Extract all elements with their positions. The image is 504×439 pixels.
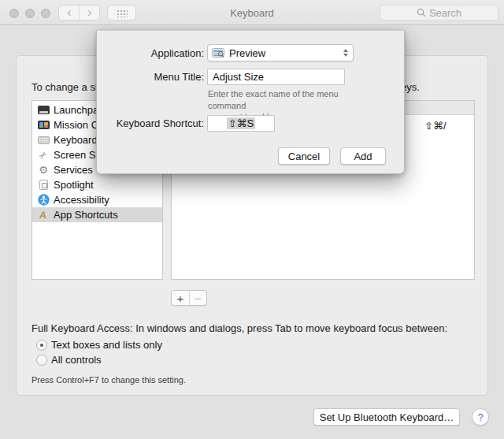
radio-button-icon[interactable] bbox=[36, 340, 47, 351]
setup-bluetooth-keyboard-button[interactable]: Set Up Bluetooth Keyboard… bbox=[313, 408, 460, 426]
document-icon bbox=[37, 180, 50, 190]
add-button[interactable]: Add bbox=[340, 147, 386, 165]
shortcut-keys-value: ⇧⌘S bbox=[227, 117, 256, 129]
sidebar-item-app-shortcuts[interactable]: A App Shortcuts bbox=[32, 207, 162, 222]
keyboard-shortcut-label: Keyboard Shortcut: bbox=[97, 117, 204, 130]
sidebar-item-accessibility[interactable]: Accessibility bbox=[32, 192, 162, 207]
sidebar-item-label: Spotlight bbox=[54, 179, 94, 191]
cancel-button[interactable]: Cancel bbox=[278, 147, 330, 165]
search-placeholder: Search bbox=[429, 7, 461, 19]
scissors-icon: ✂ bbox=[37, 150, 50, 161]
list-edit-controls: + − bbox=[171, 290, 207, 306]
app-shortcuts-icon: A bbox=[37, 210, 50, 221]
control-f7-footnote: Press Control+F7 to change this setting. bbox=[32, 375, 186, 385]
sidebar-item-label: Services bbox=[54, 164, 93, 176]
sidebar-item-spotlight[interactable]: Spotlight bbox=[32, 177, 162, 192]
system-preferences-window: ‹ › Keyboard Search To change a shortcut… bbox=[0, 0, 504, 439]
radio-text-boxes-and-lists[interactable]: Text boxes and lists only bbox=[36, 339, 162, 351]
application-label: Application: bbox=[97, 47, 204, 60]
mission-control-icon bbox=[37, 121, 50, 129]
add-shortcut-button[interactable]: + bbox=[172, 291, 189, 305]
application-popup-value: Preview bbox=[229, 47, 343, 59]
gear-icon: ⚙ bbox=[37, 165, 50, 175]
sidebar-item-label: Accessibility bbox=[54, 194, 109, 206]
sidebar-item-label: App Shortcuts bbox=[54, 209, 118, 221]
title-bar: ‹ › Keyboard Search bbox=[0, 0, 504, 25]
accessibility-icon bbox=[37, 194, 50, 206]
sidebar-item-label: Keyboard bbox=[54, 134, 98, 146]
radio-all-controls[interactable]: All controls bbox=[36, 354, 102, 366]
radio-label: All controls bbox=[51, 354, 102, 366]
search-input[interactable]: Search bbox=[380, 5, 498, 20]
remove-shortcut-button[interactable]: − bbox=[189, 291, 206, 305]
search-icon bbox=[417, 8, 426, 17]
preview-app-icon bbox=[212, 47, 224, 59]
radio-button-icon[interactable] bbox=[36, 355, 47, 366]
application-popup[interactable]: Preview bbox=[207, 44, 354, 61]
popup-chevrons-icon bbox=[343, 49, 348, 57]
launchpad-icon bbox=[37, 106, 50, 114]
menu-title-label: Menu Title: bbox=[97, 71, 204, 84]
add-shortcut-sheet: Application: Preview Menu Title: Adjust … bbox=[96, 30, 405, 174]
keyboard-icon bbox=[37, 136, 50, 144]
keyboard-shortcut-input[interactable]: ⇧⌘S bbox=[207, 115, 275, 132]
shortcut-value: ⇧⌘/ bbox=[424, 120, 447, 132]
help-button[interactable]: ? bbox=[472, 408, 489, 426]
full-keyboard-access-text: Full Keyboard Access: In windows and dia… bbox=[32, 322, 447, 334]
radio-label: Text boxes and lists only bbox=[51, 339, 162, 351]
menu-title-input[interactable]: Adjust Size bbox=[207, 69, 345, 85]
